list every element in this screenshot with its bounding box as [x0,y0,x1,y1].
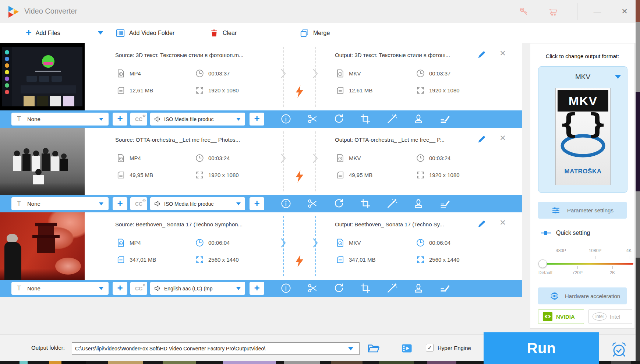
run-button[interactable]: Run [484,332,599,364]
cc-settings-button[interactable]: CC [130,282,147,295]
audio-track-dropdown[interactable]: English aac (LC) (mp [150,282,245,295]
cc-settings-button[interactable]: CC [130,113,147,126]
clear-button[interactable]: Clear [210,23,237,43]
intel-button[interactable]: intel Intel [588,309,632,324]
effects-button[interactable] [386,283,397,294]
alarm-clock-icon[interactable] [611,342,627,358]
video-file-icon [116,69,125,78]
watermark-button[interactable] [413,198,424,209]
output-format-panel: Click to change output format: MKV MKV {… [530,43,635,329]
rotate-button[interactable] [333,198,344,209]
crop-button[interactable] [360,113,371,124]
edit-button[interactable] [439,283,450,294]
cc-icon: CC [135,201,142,207]
add-subtitle-button[interactable]: + [113,197,127,210]
hyper-engine-checkbox[interactable]: ✓ [426,344,434,351]
intel-logo-icon: intel [593,312,607,321]
add-subtitle-button[interactable]: + [113,282,127,295]
edit-button[interactable] [439,113,450,124]
gear-icon [142,198,146,202]
chevron-right-icon [280,69,287,78]
output-title: Output: Beethoven_ Sonata 17 (Techno Sy.… [335,221,444,227]
cut-button[interactable] [307,113,318,124]
resolution-icon [416,170,425,180]
add-audio-button[interactable]: + [250,197,264,210]
remove-row-button[interactable]: ✕ [497,47,509,59]
slider-label-default: Default [538,270,552,275]
nvidia-button[interactable]: NVIDIA [538,309,584,324]
slider-tick [612,266,613,269]
rename-pencil-icon[interactable] [477,50,487,59]
watermark-button[interactable] [413,283,424,294]
subtitle-dropdown[interactable]: T None [11,197,109,210]
cut-button[interactable] [307,198,318,209]
chevron-down-icon[interactable] [348,347,353,350]
merge-icon [300,28,309,38]
source-size: 12,61 MB [130,87,153,93]
subtitle-dropdown[interactable]: T None [11,113,109,126]
cc-settings-button[interactable]: CC [130,197,147,210]
subtitle-value: None [27,116,40,122]
watermark-button[interactable] [413,113,424,124]
output-folder-input[interactable] [72,342,360,355]
source-format: MP4 [130,155,141,161]
desktop-edge-strip [636,0,640,364]
preview-video-button[interactable] [400,342,413,354]
audio-track-dropdown[interactable]: ISO Media file produc [150,113,245,126]
chevron-down-icon [615,75,621,79]
open-folder-button[interactable] [367,342,380,354]
add-subtitle-button[interactable]: + [113,113,127,126]
remove-row-button[interactable]: ✕ [497,132,509,144]
video-file-icon [116,238,125,247]
buy-cart-icon[interactable] [548,6,558,16]
close-button[interactable]: ✕ [615,4,634,19]
audio-track-dropdown[interactable]: ISO Media file produc [150,197,245,210]
add-audio-button[interactable]: + [250,113,264,126]
slider-label-4k: 4K [626,248,632,253]
clock-icon [195,69,204,78]
text-icon: T [17,285,21,292]
register-key-icon[interactable] [519,6,528,16]
format-selector[interactable]: MKV MKV { } MATROŠKA [538,66,627,193]
video-thumbnail-2[interactable] [0,128,85,195]
rotate-button[interactable] [333,283,344,294]
hardware-acceleration-button[interactable]: Hardware acceleration [538,287,627,304]
add-files-button[interactable]: + Add Files [26,23,60,43]
video-thumbnail-3[interactable] [0,212,85,280]
chevron-right-icon [312,238,319,248]
add-files-dropdown[interactable] [98,23,103,43]
output-size: 347,01 MB [349,257,376,263]
merge-label: Merge [313,30,330,36]
minimize-button[interactable]: — [588,4,607,19]
effects-button[interactable] [386,198,397,209]
merge-button[interactable]: Merge [300,23,330,43]
crop-button[interactable] [360,198,371,209]
rotate-button[interactable] [333,113,344,124]
effects-button[interactable] [386,113,397,124]
remove-row-button[interactable]: ✕ [497,217,509,229]
nvidia-label: NVIDIA [556,314,575,320]
quality-slider-thumb[interactable] [538,259,547,268]
slider-icon [541,230,552,236]
cut-button[interactable] [307,283,318,294]
crop-button[interactable] [360,283,371,294]
edit-button[interactable] [439,198,450,209]
chevron-down-icon [99,202,103,205]
subtitle-dropdown[interactable]: T None [11,282,109,295]
info-button[interactable] [280,113,291,124]
add-audio-button[interactable]: + [250,282,264,295]
add-video-folder-button[interactable]: Add Video Folder [116,23,174,43]
chevron-down-icon [236,202,241,205]
gear-icon [142,283,146,287]
info-button[interactable] [280,198,291,209]
quality-slider-track[interactable] [541,263,633,265]
parameter-settings-button[interactable]: Parameter settings [538,202,627,219]
info-button[interactable] [280,283,291,294]
chevron-right-icon [280,153,287,163]
video-thumbnail-1[interactable] [0,43,85,110]
intel-label: Intel [610,314,620,320]
sliders-icon [551,206,561,215]
output-format: MKV [349,70,361,77]
rename-pencil-icon[interactable] [477,219,487,229]
rename-pencil-icon[interactable] [477,134,487,144]
